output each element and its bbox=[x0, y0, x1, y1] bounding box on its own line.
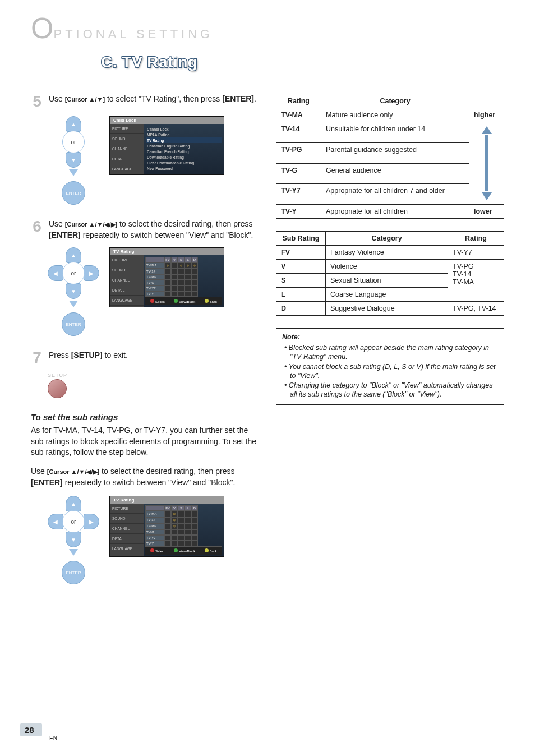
th-direction bbox=[469, 94, 504, 108]
enter-button-icon: ENTER bbox=[62, 312, 85, 336]
osd-tabs: PICTURE SOUND CHANNEL DETAIL LANGUAGE bbox=[110, 124, 144, 174]
osd-foot-label: View/Block bbox=[179, 300, 195, 303]
grid-cell bbox=[178, 269, 185, 274]
grid-cell: ⦸ bbox=[164, 262, 171, 269]
grid-cell bbox=[191, 280, 198, 285]
grid-cell bbox=[164, 511, 171, 517]
txt-bold: [ENTER] bbox=[222, 94, 254, 103]
grid-hdr: D bbox=[191, 257, 198, 262]
osd-tab: DETAIL bbox=[110, 154, 144, 164]
setup-button-diagram: SETUP bbox=[48, 372, 259, 398]
down-arrow-icon bbox=[69, 549, 78, 556]
osd-title: TV Rating bbox=[110, 248, 224, 255]
grid-cell bbox=[178, 274, 185, 280]
td-rating-note: TV-Y7 bbox=[448, 246, 504, 260]
osd-footer: Select View/Block Back bbox=[145, 297, 222, 305]
osd-child-lock: Child Lock PICTURE SOUND CHANNEL DETAIL … bbox=[109, 116, 224, 175]
header-lead-letter: O bbox=[31, 17, 52, 40]
osd-foot-label: Back bbox=[210, 550, 217, 553]
grid-hdr: L bbox=[185, 257, 191, 262]
td-rating-note: TV-PG, TV-14 bbox=[448, 302, 504, 316]
osd-tab: SOUND bbox=[110, 265, 144, 275]
osd-item: New Password bbox=[146, 165, 222, 171]
red-dot-icon bbox=[150, 548, 154, 552]
txt: Use bbox=[49, 94, 65, 103]
grid-hdr: S bbox=[178, 257, 185, 262]
page-number: 28 bbox=[25, 725, 34, 735]
dpad: ▲ ▼ ◀ ▶ or bbox=[48, 496, 99, 547]
grid-cell bbox=[164, 535, 171, 541]
note-title: Note: bbox=[282, 333, 498, 341]
osd-tab: DETAIL bbox=[110, 534, 144, 544]
arrow-stem-icon bbox=[485, 135, 488, 191]
dpad: ▲ ▼ ◀ ▶ or bbox=[48, 116, 99, 168]
grid-cell bbox=[185, 269, 191, 274]
td-category: Unsuitable for children under 14 bbox=[321, 122, 469, 143]
section-title: C. TV Rating bbox=[101, 53, 535, 71]
grid-cell: ⦸ bbox=[171, 517, 178, 523]
osd-foot-item: Back bbox=[205, 548, 217, 553]
down-arrow-icon bbox=[69, 169, 78, 176]
txt: to select the desired rating, then press bbox=[99, 467, 234, 476]
grid-row-label: TV-14 bbox=[145, 269, 164, 274]
td-rating: TV-PG bbox=[276, 142, 321, 163]
td-sub-rating: L bbox=[276, 288, 326, 302]
dpad: ▲ ▼ ◀ ▶ or bbox=[48, 247, 99, 299]
osd-foot-item: Select bbox=[150, 548, 165, 553]
txt: to exit. bbox=[103, 351, 128, 359]
grid-hdr: L bbox=[185, 505, 191, 511]
td-category: Coarse Language bbox=[326, 288, 448, 302]
grid-cell bbox=[164, 517, 171, 523]
osd-tab: SOUND bbox=[110, 514, 144, 524]
grid-cell bbox=[191, 269, 198, 274]
grid-hdr: FV bbox=[164, 257, 171, 262]
td-rating-note-merged: TV-PG TV-14 TV-MA bbox=[448, 260, 504, 302]
grid-cell bbox=[178, 285, 185, 291]
grid-cell bbox=[171, 541, 178, 546]
step-text: Press [SETUP] to exit. bbox=[49, 350, 259, 361]
txt: Press bbox=[49, 351, 71, 359]
grid-cell bbox=[164, 541, 171, 546]
osd-item: Downloadable Rating bbox=[146, 154, 222, 160]
grid-cell bbox=[185, 285, 191, 291]
txt: Use bbox=[31, 467, 47, 476]
yellow-dot-icon bbox=[205, 299, 209, 303]
step-number: 7 bbox=[31, 350, 43, 366]
td-category: Appropriate for all children 7 and older bbox=[321, 184, 469, 205]
step-text: Use [Cursor ▲/▼/◀/▶] to select the desir… bbox=[49, 219, 259, 241]
th-category: Category bbox=[326, 232, 448, 246]
green-dot-icon bbox=[174, 299, 178, 303]
td-sub-rating: D bbox=[276, 302, 326, 316]
td-direction-high: higher bbox=[469, 108, 504, 122]
dpad-right-icon: ▶ bbox=[84, 265, 99, 281]
dpad-up-icon: ▲ bbox=[66, 247, 81, 263]
grid-cell bbox=[171, 274, 178, 280]
grid-row-label: TV-Y bbox=[145, 541, 164, 546]
sub-heading: To set the sub ratings bbox=[31, 412, 259, 422]
th-rating: Rating bbox=[448, 232, 504, 246]
grid-cell bbox=[185, 274, 191, 280]
grid-row-label: TV-G bbox=[145, 529, 164, 535]
page-lang: EN bbox=[49, 735, 57, 741]
osd-item-highlighted: TV Rating bbox=[146, 137, 222, 143]
grid-cell: ⦸ bbox=[185, 262, 191, 269]
setup-button-icon bbox=[48, 379, 67, 398]
grid-cell bbox=[191, 529, 198, 535]
td-category: Fantasy Violence bbox=[326, 246, 448, 260]
td-category: Parental guidance suggested bbox=[321, 142, 469, 163]
grid-cell: ⦸ bbox=[178, 262, 185, 269]
osd-tab: CHANNEL bbox=[110, 144, 144, 154]
td-sub-rating: V bbox=[276, 260, 326, 274]
osd-title: TV Rating bbox=[110, 496, 224, 504]
sub-rating-table: Sub Rating Category Rating FV Fantasy Vi… bbox=[276, 231, 504, 316]
arrow-up-icon bbox=[482, 126, 492, 134]
arrow-down-icon bbox=[482, 192, 492, 200]
osd-tab: LANGUAGE bbox=[110, 164, 144, 174]
grid-cell bbox=[171, 535, 178, 541]
txt-bold: [Cursor ▲/▼] bbox=[65, 96, 105, 103]
grid-cell bbox=[178, 280, 185, 285]
txt: to select "TV Rating", then press bbox=[105, 94, 222, 103]
dpad-up-icon: ▲ bbox=[66, 116, 81, 132]
note-item: Blocked sub rating will appear beside th… bbox=[284, 343, 498, 362]
osd-rating-grid: FV V S L D TV-MA ⦸ ⦸ ⦸ ⦸ TV-14 bbox=[145, 257, 222, 297]
